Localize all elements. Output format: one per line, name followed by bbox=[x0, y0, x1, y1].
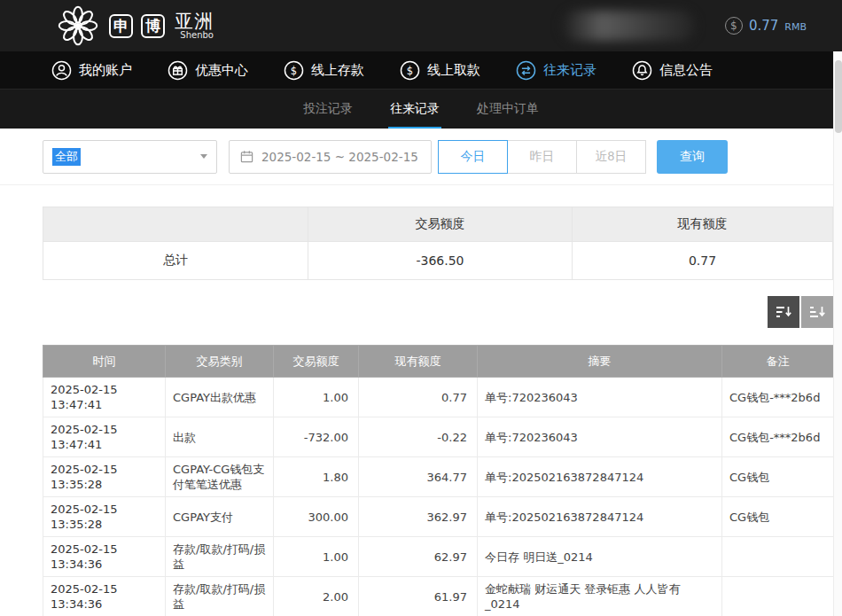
cell-type: 存款/取款/打码/损益 bbox=[166, 577, 274, 616]
dollar-circle-icon: $ bbox=[725, 17, 743, 35]
quick-btn-last-8-days[interactable]: 近8日 bbox=[576, 140, 646, 174]
nav-item-announcements[interactable]: 信息公告 bbox=[632, 60, 713, 81]
nav-item-label: 我的账户 bbox=[79, 62, 132, 79]
nav-item-label: 线上存款 bbox=[311, 62, 364, 79]
col-header-balance: 现有额度 bbox=[359, 346, 478, 378]
cell-remark bbox=[722, 577, 834, 616]
cell-time: 2025-02-15 13:34:36 bbox=[43, 537, 166, 577]
table-row: 2025-02-15 13:47:41 出款 -732.00 -0.22 单号:… bbox=[43, 417, 834, 457]
category-select[interactable]: 全部 bbox=[43, 140, 217, 174]
brand-subtitle: Shenbo bbox=[175, 31, 214, 41]
summary-total-balance: 0.77 bbox=[573, 241, 832, 279]
cell-balance: 362.97 bbox=[359, 497, 478, 537]
nav-item-withdraw[interactable]: $ 线上取款 bbox=[400, 60, 480, 81]
col-header-remark: 备注 bbox=[722, 346, 834, 378]
cell-type: CGPAY支付 bbox=[166, 497, 274, 537]
sort-desc-button[interactable] bbox=[768, 296, 799, 328]
page: 申 博 亚洲 Shenbo $ 0.77 RMB 我的账户 bbox=[0, 0, 842, 616]
filter-bar: 全部 2025-02-15 ~ 2025-02-15 今日 昨日 近8日 查询 bbox=[0, 129, 833, 185]
logo-char-box: 申 bbox=[109, 14, 133, 38]
cell-amount: 300.00 bbox=[274, 497, 359, 537]
cell-type: 出款 bbox=[166, 417, 274, 457]
cell-type: CGPAY出款优惠 bbox=[166, 378, 274, 417]
nav-item-label: 优惠中心 bbox=[195, 62, 248, 79]
cell-amount: 1.00 bbox=[274, 537, 359, 577]
tab-transfer-records[interactable]: 往来记录 bbox=[388, 90, 441, 129]
summary-total-row: 总计 -366.50 0.77 bbox=[43, 241, 832, 279]
cell-balance: 0.77 bbox=[359, 378, 478, 417]
vertical-scrollbar[interactable] bbox=[833, 51, 842, 616]
table-row: 2025-02-15 13:35:28 CGPAY-CG钱包支付笔笔送优惠 1.… bbox=[43, 457, 834, 497]
cell-amount: 1.80 bbox=[274, 457, 359, 497]
col-header-type: 交易类别 bbox=[166, 346, 274, 378]
category-select-value: 全部 bbox=[52, 148, 81, 166]
cell-summary: 金蛇献瑞 财运通天 登录钜惠 人人皆有_0214 bbox=[478, 577, 722, 616]
cell-time: 2025-02-15 13:35:28 bbox=[43, 457, 166, 497]
cell-summary: 单号:720236043 bbox=[478, 378, 722, 417]
summary-table: 交易额度 现有额度 总计 -366.50 0.77 bbox=[43, 207, 833, 280]
nav-item-deposit[interactable]: $ 线上存款 bbox=[284, 60, 364, 81]
user-icon bbox=[51, 60, 72, 81]
flower-logo-icon bbox=[55, 3, 101, 49]
quick-date-group: 今日 昨日 近8日 bbox=[439, 140, 646, 174]
tab-label: 处理中订单 bbox=[477, 101, 539, 117]
col-header-time: 时间 bbox=[43, 346, 166, 378]
top-header: 申 博 亚洲 Shenbo $ 0.77 RMB bbox=[0, 0, 842, 51]
nav-item-transfer-records[interactable]: 往来记录 bbox=[516, 60, 596, 81]
summary-header-empty bbox=[43, 207, 308, 241]
balance[interactable]: $ 0.77 RMB bbox=[725, 17, 807, 35]
quick-btn-yesterday[interactable]: 昨日 bbox=[507, 140, 577, 174]
gift-icon bbox=[168, 60, 188, 81]
main-nav: 我的账户 优惠中心 $ 线上存款 $ 线上取款 bbox=[0, 51, 842, 89]
chevron-down-icon bbox=[200, 154, 207, 159]
quick-btn-today[interactable]: 今日 bbox=[438, 140, 508, 174]
cell-balance: 62.97 bbox=[359, 537, 478, 577]
deposit-coin-icon: $ bbox=[284, 60, 304, 81]
cell-summary: 今日存 明日送_0214 bbox=[478, 537, 722, 577]
col-header-summary: 摘要 bbox=[478, 346, 722, 378]
date-range-input[interactable]: 2025-02-15 ~ 2025-02-15 bbox=[229, 140, 432, 174]
sort-asc-button[interactable] bbox=[801, 296, 833, 328]
cell-balance: 61.97 bbox=[359, 577, 478, 616]
blurred-username bbox=[562, 11, 695, 41]
cell-summary: 单号:202502163872847124 bbox=[478, 497, 722, 537]
cell-time: 2025-02-15 13:34:36 bbox=[43, 577, 166, 616]
balance-currency: RMB bbox=[784, 21, 807, 33]
bell-icon bbox=[632, 60, 652, 81]
brand-text: 亚洲 Shenbo bbox=[175, 12, 214, 41]
records-table-wrap: 时间 交易类别 交易额度 现有额度 摘要 备注 2025-02-15 13:47… bbox=[43, 345, 833, 616]
cell-remark: CG钱包-***2b6d bbox=[722, 417, 834, 457]
sort-amount-asc-icon bbox=[808, 303, 826, 321]
svg-text:$: $ bbox=[407, 64, 413, 76]
summary-header-balance: 现有额度 bbox=[573, 207, 832, 241]
table-row: 2025-02-15 13:34:36 存款/取款/打码/损益 1.00 62.… bbox=[43, 537, 834, 577]
sort-amount-desc-icon bbox=[775, 303, 792, 321]
search-button[interactable]: 查询 bbox=[657, 140, 728, 174]
col-header-amount: 交易额度 bbox=[274, 346, 359, 378]
cell-amount: 1.00 bbox=[274, 378, 359, 417]
nav-item-promotions[interactable]: 优惠中心 bbox=[168, 60, 248, 81]
sub-nav: 投注记录 往来记录 处理中订单 bbox=[0, 89, 842, 129]
cell-amount: -732.00 bbox=[274, 417, 359, 457]
table-row: 2025-02-15 13:34:36 存款/取款/打码/损益 2.00 61.… bbox=[43, 577, 834, 616]
cell-remark: CG钱包 bbox=[722, 457, 834, 497]
cell-time: 2025-02-15 13:47:41 bbox=[43, 378, 166, 417]
brand-logo[interactable]: 申 博 亚洲 Shenbo bbox=[55, 3, 214, 49]
sort-controls bbox=[43, 296, 833, 328]
brand-region: 亚洲 bbox=[175, 12, 214, 31]
date-range-value: 2025-02-15 ~ 2025-02-15 bbox=[261, 150, 418, 164]
nav-item-my-account[interactable]: 我的账户 bbox=[51, 60, 132, 81]
tab-bet-records[interactable]: 投注记录 bbox=[301, 90, 355, 129]
summary-header-amount: 交易额度 bbox=[308, 207, 573, 241]
summary-total-amount: -366.50 bbox=[308, 241, 573, 279]
logo-char-box: 博 bbox=[141, 14, 165, 38]
cell-balance: 364.77 bbox=[359, 457, 478, 497]
cell-time: 2025-02-15 13:47:41 bbox=[43, 417, 166, 457]
summary-total-label: 总计 bbox=[43, 241, 308, 279]
withdraw-coin-icon: $ bbox=[400, 60, 420, 81]
balance-amount: 0.77 bbox=[749, 18, 778, 34]
cell-remark bbox=[722, 537, 834, 577]
calendar-icon bbox=[240, 150, 253, 163]
tab-pending-orders[interactable]: 处理中订单 bbox=[475, 90, 541, 129]
scrollbar-thumb[interactable] bbox=[835, 60, 842, 133]
